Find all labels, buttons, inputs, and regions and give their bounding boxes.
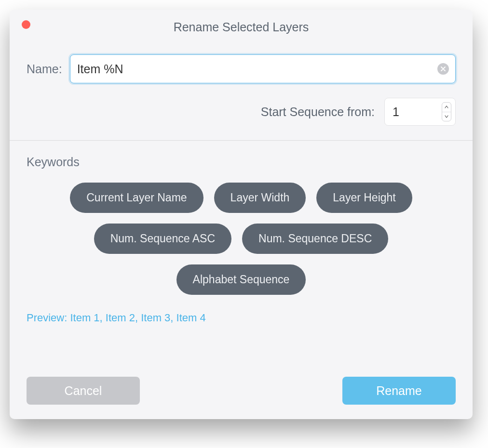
pill-layer-height[interactable]: Layer Height bbox=[316, 183, 412, 213]
sequence-value: 1 bbox=[393, 105, 399, 119]
name-row: Name: bbox=[27, 54, 456, 83]
preview-text: Preview: Item 1, Item 2, Item 3, Item 4 bbox=[10, 295, 473, 324]
sequence-row: Start Sequence from: 1 bbox=[27, 98, 456, 126]
cancel-button[interactable]: Cancel bbox=[27, 377, 140, 405]
dialog-window: Rename Selected Layers Name: Start Seque… bbox=[10, 10, 473, 419]
dialog-title: Rename Selected Layers bbox=[10, 10, 473, 34]
form-section: Name: Start Sequence from: 1 bbox=[10, 34, 473, 140]
stepper-arrows bbox=[442, 102, 451, 121]
keywords-section: Keywords Current Layer Name Layer Width … bbox=[10, 141, 473, 295]
pill-num-sequence-asc[interactable]: Num. Sequence ASC bbox=[94, 224, 231, 254]
bottom-buttons: Cancel Rename bbox=[10, 365, 473, 419]
sequence-stepper[interactable]: 1 bbox=[384, 98, 456, 126]
sequence-label: Start Sequence from: bbox=[261, 105, 375, 119]
clear-input-button[interactable] bbox=[437, 63, 449, 75]
name-input-wrapper bbox=[70, 54, 456, 83]
name-label: Name: bbox=[27, 62, 62, 76]
name-input[interactable] bbox=[70, 54, 456, 83]
rename-button[interactable]: Rename bbox=[342, 377, 456, 405]
pill-num-sequence-desc[interactable]: Num. Sequence DESC bbox=[242, 224, 388, 254]
chevron-down-icon bbox=[445, 115, 448, 118]
stepper-up-button[interactable] bbox=[442, 103, 451, 112]
close-icon bbox=[441, 66, 446, 71]
pill-current-layer-name[interactable]: Current Layer Name bbox=[70, 183, 203, 213]
chevron-up-icon bbox=[445, 105, 448, 108]
close-window-button[interactable] bbox=[22, 20, 30, 29]
stepper-down-button[interactable] bbox=[442, 112, 451, 121]
pills-container: Current Layer Name Layer Width Layer Hei… bbox=[27, 183, 456, 295]
keywords-title: Keywords bbox=[27, 155, 456, 169]
pill-alphabet-sequence[interactable]: Alphabet Sequence bbox=[176, 264, 306, 295]
pill-layer-width[interactable]: Layer Width bbox=[214, 183, 306, 213]
